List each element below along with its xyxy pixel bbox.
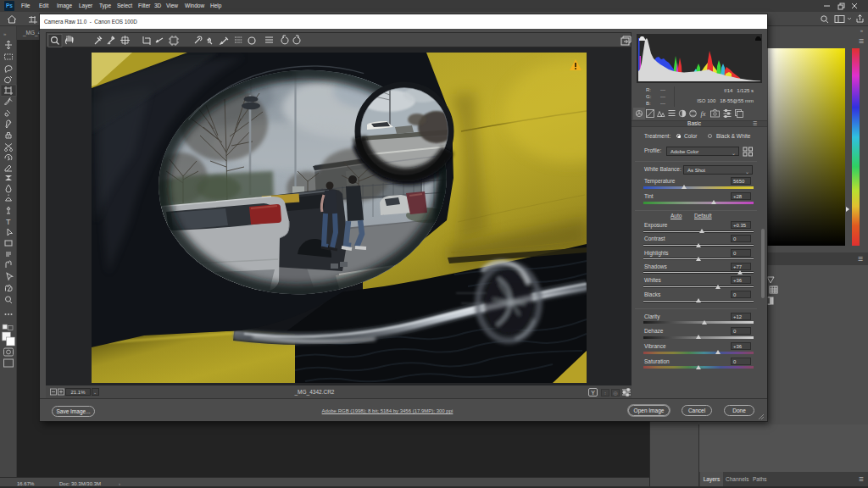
svg-text:fx: fx xyxy=(701,109,706,118)
svg-text:T: T xyxy=(6,218,11,226)
svg-text:»: » xyxy=(3,31,7,36)
